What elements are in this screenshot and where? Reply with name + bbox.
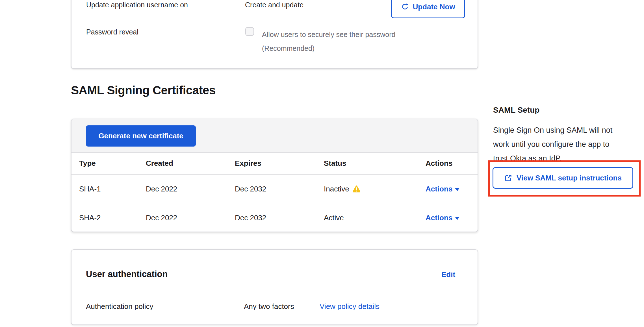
actions-dropdown-sha1[interactable]: Actions [426,185,478,193]
sign-on-settings-panel: Update application username on Create an… [71,0,478,69]
certificates-table-header: Type Created Expires Status Actions [71,153,478,175]
cell-created: Dec 2022 [146,213,235,222]
cell-type: SHA-1 [79,185,146,193]
actions-dropdown-label: Actions [426,185,452,193]
generate-certificate-button[interactable]: Generate new certificate [86,125,196,147]
update-now-label: Update Now [413,3,455,11]
saml-setup-title: SAML Setup [493,106,539,115]
cell-type: SHA-2 [79,213,146,222]
warning-icon [352,185,361,193]
cell-created: Dec 2022 [146,185,235,193]
user-authentication-title: User authentication [86,269,168,279]
password-reveal-description: Allow users to securely see their passwo… [262,28,395,55]
cell-status: Inactive [324,185,349,193]
red-annotation-box: View SAML setup instructions [488,160,641,197]
certificates-toolbar: Generate new certificate [71,119,478,153]
edit-link[interactable]: Edit [441,270,455,279]
col-header-created: Created [146,159,235,168]
actions-dropdown-label: Actions [426,213,452,222]
cell-expires: Dec 2032 [235,185,324,193]
table-row-sha2: SHA-2 Dec 2022 Dec 2032 Active Actions [71,204,478,232]
cell-status: Active [324,213,344,222]
col-header-type: Type [79,159,146,168]
password-reveal-label: Password reveal [86,28,138,36]
authentication-policy-value: Any two factors [244,302,294,311]
cell-expires: Dec 2032 [235,213,324,222]
col-header-status: Status [324,159,426,168]
col-header-expires: Expires [235,159,324,168]
refresh-icon [401,3,409,11]
caret-down-icon [455,217,459,220]
saml-setup-button-label: View SAML setup instructions [517,174,622,182]
actions-dropdown-sha2[interactable]: Actions [426,213,478,222]
update-username-value: Create and update [245,1,303,9]
update-now-button[interactable]: Update Now [391,0,465,18]
update-username-label: Update application username on [86,1,188,9]
saml-certificates-card: Generate new certificate Type Created Ex… [71,119,478,232]
view-policy-details-link[interactable]: View policy details [320,302,380,311]
okta-app-settings-page: Update application username on Create an… [0,0,644,327]
table-row-sha1: SHA-1 Dec 2022 Dec 2032 Inactive Actions [71,175,478,203]
page-title: SAML Signing Certificates [71,84,216,97]
col-header-actions: Actions [426,159,478,168]
user-authentication-card: User authentication Edit Authentication … [71,249,478,325]
saml-setup-description: Single Sign On using SAML will not work … [493,123,643,165]
authentication-policy-label: Authentication policy [86,302,153,311]
caret-down-icon [455,188,459,191]
view-saml-setup-instructions-button[interactable]: View SAML setup instructions [493,167,633,189]
external-link-icon [504,174,512,182]
password-reveal-checkbox[interactable] [245,27,254,36]
